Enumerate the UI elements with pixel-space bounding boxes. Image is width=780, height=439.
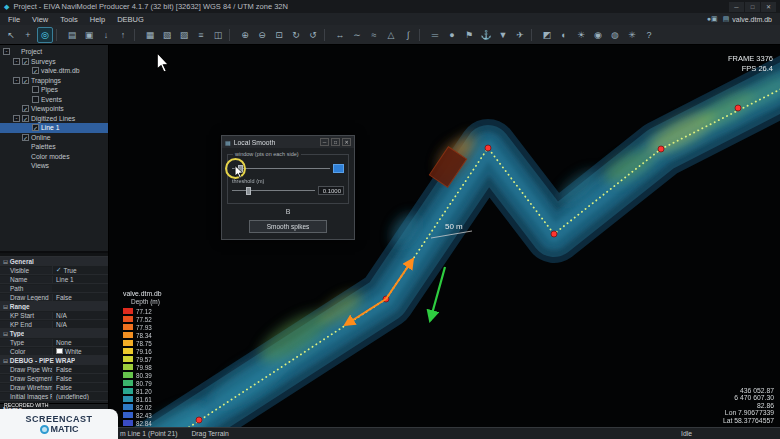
event-marker-icon[interactable]: ●: [444, 27, 460, 43]
separator[interactable]: [229, 29, 234, 41]
menu-item[interactable]: DEBUG: [111, 15, 150, 24]
separator[interactable]: [56, 29, 61, 41]
dialog-minimize-button[interactable]: ─: [320, 138, 329, 146]
tree-item[interactable]: - Digitized Lines: [0, 114, 108, 124]
property-row[interactable]: Color White: [0, 347, 108, 356]
visibility-checkbox[interactable]: [22, 77, 29, 84]
tree-item[interactable]: Color modes: [0, 152, 108, 162]
smooth-spikes-button[interactable]: Smooth spikes: [249, 220, 327, 233]
visibility-checkbox[interactable]: [22, 115, 29, 122]
shaded-view-icon[interactable]: ▧: [159, 27, 175, 43]
snapshot-icon[interactable]: ◫: [210, 27, 226, 43]
separator[interactable]: [324, 29, 329, 41]
tree-item[interactable]: Viewpoints: [0, 104, 108, 114]
interpolate-icon[interactable]: ∫: [400, 27, 416, 43]
menu-item[interactable]: View: [26, 15, 54, 24]
tree-item[interactable]: Views: [0, 161, 108, 171]
zoom-extents-icon[interactable]: ⊡: [271, 27, 287, 43]
property-row[interactable]: Draw Pipe Wrap False: [0, 365, 108, 374]
circle-select-icon[interactable]: ◎: [37, 27, 53, 43]
property-row[interactable]: Path: [0, 284, 108, 293]
property-row[interactable]: Range: [0, 302, 108, 311]
viewport-3d[interactable]: 50 m FRAME 3376 FPS 26.4 436 052.876 470…: [109, 45, 780, 427]
visibility-checkbox[interactable]: [22, 134, 29, 141]
threshold-value-box[interactable]: 0.1000: [318, 186, 344, 195]
property-row[interactable]: General: [0, 257, 108, 266]
property-row[interactable]: Name Line 1: [0, 275, 108, 284]
import-icon[interactable]: ↓: [98, 27, 114, 43]
tree-item[interactable]: - Surveys: [0, 57, 108, 67]
visibility-checkbox[interactable]: [32, 67, 39, 74]
tree-item[interactable]: Online: [0, 133, 108, 143]
close-button[interactable]: ✕: [761, 2, 776, 12]
separator[interactable]: [419, 29, 424, 41]
expander-icon[interactable]: -: [3, 48, 10, 55]
property-row[interactable]: KP End N/A: [0, 320, 108, 329]
settings-icon[interactable]: ✳: [624, 27, 640, 43]
select-pointer-icon[interactable]: ↖: [3, 27, 19, 43]
save-icon[interactable]: ▣: [81, 27, 97, 43]
zoom-in-icon[interactable]: ⊕: [237, 27, 253, 43]
light-icon[interactable]: ☀: [573, 27, 589, 43]
tree-item[interactable]: - Project: [0, 47, 108, 57]
maximize-button[interactable]: □: [745, 2, 760, 12]
smooth-icon[interactable]: ≈: [366, 27, 382, 43]
property-row[interactable]: Type: [0, 329, 108, 338]
pipeline-icon[interactable]: ═: [427, 27, 443, 43]
pan-view-icon[interactable]: +: [20, 27, 36, 43]
spike-filter-icon[interactable]: △: [383, 27, 399, 43]
visibility-checkbox[interactable]: [22, 105, 29, 112]
dialog-maximize-button[interactable]: □: [331, 138, 340, 146]
property-row[interactable]: KP Start N/A: [0, 311, 108, 320]
zoom-out-icon[interactable]: ⊖: [254, 27, 270, 43]
expander-icon[interactable]: -: [13, 115, 20, 122]
menu-item[interactable]: Tools: [54, 15, 84, 24]
terrain-canvas[interactable]: 50 m: [109, 45, 780, 427]
palette-icon[interactable]: ◐: [556, 27, 572, 43]
online-icon[interactable]: ◍: [607, 27, 623, 43]
grid-view-icon[interactable]: ▦: [142, 27, 158, 43]
airplane-icon[interactable]: ✈: [512, 27, 528, 43]
tree-item[interactable]: - Trappings: [0, 76, 108, 86]
camera-icon[interactable]: ◉: [590, 27, 606, 43]
expander-icon[interactable]: -: [13, 58, 20, 65]
measure-icon[interactable]: ↔: [332, 27, 348, 43]
threshold-slider-handle[interactable]: [246, 187, 251, 195]
dialog-close-button[interactable]: ✕: [342, 138, 351, 146]
active-dataset-chip[interactable]: ▤ valve.dtm.db: [723, 15, 772, 23]
property-row[interactable]: Visible ✓ True: [0, 266, 108, 275]
tree-item[interactable]: Events: [0, 95, 108, 105]
minimize-button[interactable]: ─: [729, 2, 744, 12]
visibility-checkbox[interactable]: [22, 58, 29, 65]
menu-item[interactable]: File: [2, 15, 26, 24]
property-row[interactable]: DEBUG - PIPE WRAP: [0, 356, 108, 365]
visibility-checkbox[interactable]: [32, 86, 39, 93]
undo-icon[interactable]: ↺: [305, 27, 321, 43]
property-row[interactable]: Draw Segments False: [0, 374, 108, 383]
separator[interactable]: [531, 29, 536, 41]
visibility-checkbox[interactable]: [32, 124, 39, 131]
tree-item[interactable]: Palettes: [0, 142, 108, 152]
expander-icon[interactable]: -: [13, 77, 20, 84]
property-row[interactable]: Draw Wireframe False: [0, 383, 108, 392]
tree-item[interactable]: Line 1: [0, 123, 108, 133]
display-icon[interactable]: ▣: [711, 15, 718, 22]
property-row[interactable]: Type None: [0, 338, 108, 347]
threshold-slider[interactable]: [232, 187, 315, 195]
separator[interactable]: [134, 29, 139, 41]
property-row[interactable]: Initial Images Folder (undefined): [0, 392, 108, 401]
window-value-box[interactable]: [333, 164, 344, 173]
property-row[interactable]: Draw Legend False: [0, 293, 108, 302]
wireframe-view-icon[interactable]: ▨: [176, 27, 192, 43]
tree-item[interactable]: Pipes: [0, 85, 108, 95]
anchor-icon[interactable]: ⚓: [478, 27, 494, 43]
help-icon[interactable]: ?: [641, 27, 657, 43]
open-project-icon[interactable]: ▤: [64, 27, 80, 43]
window-slider[interactable]: [232, 165, 330, 173]
dialog-titlebar[interactable]: ▦ Local Smooth ─□✕: [222, 136, 354, 148]
vessel-icon[interactable]: ▼: [495, 27, 511, 43]
menu-item[interactable]: Help: [84, 15, 111, 24]
visibility-checkbox[interactable]: [32, 96, 39, 103]
rotate-view-icon[interactable]: ↻: [288, 27, 304, 43]
contour-view-icon[interactable]: ≡: [193, 27, 209, 43]
